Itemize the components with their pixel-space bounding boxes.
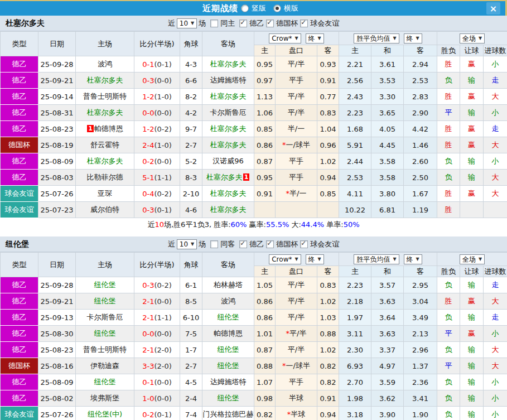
col-header-date: 日期 <box>38 32 76 56</box>
away-team-cell: 纽伦堡 <box>202 342 254 358</box>
mean-draw-cell: 4.45 <box>371 137 404 153</box>
handicap-cell: 平/半 <box>276 293 317 310</box>
mean-away-cell: 2.95 <box>404 277 437 293</box>
filter-bar: 近 10 场 同主 德乙 德国杯 球会友谊 <box>168 18 339 28</box>
team-section-away: 纽伦堡 近 10 场 同客 德乙 德国杯 球会友谊 类型 日期 主场 <box>0 236 507 420</box>
away-team-name: 门兴格拉德巴赫 <box>203 410 254 418</box>
goals-result-cell: 小 <box>484 153 507 170</box>
odds-time-select[interactable]: 终 <box>306 254 324 264</box>
horizontal-layout-label[interactable]: 横版 <box>284 3 298 13</box>
mean-home-cell: 2.43 <box>339 89 371 105</box>
mean-time-select[interactable]: 终 <box>404 33 422 44</box>
scope-select[interactable]: 全场 <box>460 254 485 264</box>
home-team-cell: 杜塞尔多夫 <box>76 153 134 170</box>
away-team-name: 卡尔斯鲁厄 <box>210 108 247 117</box>
away-team-cell: 汉诺威96 <box>202 153 254 170</box>
fulltime-score: 0-4 <box>142 190 154 198</box>
bookmaker-select[interactable]: Crow* <box>269 33 301 44</box>
filter-bar: 近 10 场 同客 德乙 德国杯 球会友谊 <box>168 239 339 249</box>
odds-home-cell: 0.86 <box>254 310 276 326</box>
fulltime-score: 3-3 <box>142 362 154 370</box>
odds-away-cell: 0.96 <box>317 137 339 153</box>
handicap-result-cell: 输 <box>460 277 484 293</box>
result-cell: 胜 <box>437 56 460 73</box>
result-cell: 负 <box>437 407 460 420</box>
home-team-name: 纽伦堡 <box>94 329 116 337</box>
horizontal-layout-radio[interactable] <box>273 4 281 12</box>
match-row: 德乙 25-08-23 普鲁士明斯特 2-1(2-0) 1-7 纽伦堡 0.87… <box>1 342 507 358</box>
odds-home-cell: 1.01 <box>254 326 276 342</box>
home-team-name: 纽伦堡 <box>94 378 116 386</box>
away-team-cell: 柏林赫塔 <box>202 277 254 293</box>
close-icon[interactable]: × <box>486 2 500 15</box>
mean-home-cell: 2.44 <box>339 153 371 170</box>
corner-cell: 8-3 <box>180 170 202 186</box>
match-count-select[interactable]: 10 <box>177 18 197 28</box>
summary-text: 近 <box>147 220 154 230</box>
mean-group-header: 胜平负均值 终 <box>339 253 437 266</box>
corner-cell: 4-3 <box>180 56 202 73</box>
vertical-layout-label[interactable]: 竖版 <box>252 3 266 13</box>
subcol-mean-away: 客 <box>404 266 437 277</box>
corner-cell: 5-2 <box>180 153 202 170</box>
goals-result-cell: 小 <box>484 374 507 390</box>
match-row: 德乙 25-08-23 1帕德博恩 1-2(0-2) 9-7 杜塞尔多夫 0.8… <box>1 121 507 137</box>
mean-type-select[interactable]: 胜平负均值 <box>354 254 399 264</box>
same-venue-checkbox[interactable] <box>210 20 218 27</box>
league-cup-checkbox[interactable] <box>266 20 274 27</box>
match-count-select[interactable]: 10 <box>177 239 197 249</box>
odds-home-cell: 0.87 <box>254 153 276 170</box>
mean-type-select[interactable]: 胜平负均值 <box>354 33 399 44</box>
scope-select[interactable]: 全场 <box>460 33 485 44</box>
home-team-cell: 埃弗斯堡 <box>76 390 134 407</box>
score-cell: 0-3(0-2) <box>134 277 180 293</box>
away-team-cell: 杜塞尔多夫 <box>202 121 254 137</box>
away-team-name: 汉诺威96 <box>213 157 244 165</box>
score-cell: 2-1(2-0) <box>134 342 180 358</box>
league-cup-label: 德国杯 <box>276 239 298 249</box>
league-cup-label: 德国杯 <box>276 18 298 28</box>
subcol-goals-result: 进球数 <box>484 45 507 56</box>
league-cup-checkbox[interactable] <box>266 240 274 248</box>
mean-home-cell: 1.68 <box>339 121 371 137</box>
score-cell: 0-2(0-1) <box>134 407 180 420</box>
away-team-cell: 纽伦堡 <box>202 358 254 374</box>
date-cell: 25-08-23 <box>38 121 76 137</box>
result-cell: 平 <box>437 105 460 121</box>
score-cell: 3-3(2-0) <box>134 358 180 374</box>
score-cell: 2-4(1-0) <box>134 137 180 153</box>
mean-time-select[interactable]: 终 <box>404 254 422 264</box>
league-friendly-checkbox[interactable] <box>300 20 308 27</box>
odds-time-select[interactable]: 终 <box>306 33 324 44</box>
league-de2-checkbox[interactable] <box>239 240 247 248</box>
away-team-cell: 达姆施塔特 <box>202 73 254 89</box>
halftime-score: (0-0) <box>154 109 171 117</box>
date-cell: 25-08-31 <box>38 105 76 121</box>
vertical-layout-radio[interactable] <box>241 4 249 12</box>
corner-cell: 6-1 <box>180 277 202 293</box>
league-friendly-label: 球会友谊 <box>310 18 339 28</box>
summary-text: 单率: <box>324 220 344 230</box>
home-team-name: 伊勒迪森 <box>90 361 119 370</box>
handicap-result-cell: 输 <box>460 153 484 170</box>
odds-away-cell: 1.04 <box>317 121 339 137</box>
score-cell: 1-2(0-2) <box>134 121 180 137</box>
odds-away-cell <box>317 202 339 218</box>
bookmaker-select[interactable]: Crow* <box>269 254 301 264</box>
halftime-score: (0-1) <box>154 206 171 214</box>
corner-cell: 7-5 <box>180 326 202 342</box>
league-de2-checkbox[interactable] <box>239 20 247 27</box>
handicap-result-cell: 输 <box>460 358 484 374</box>
match-row: 德乙 25-08-03 比勒菲尔德 5-1(1-1) 8-3 杜塞尔多夫1 0.… <box>1 170 507 186</box>
mean-away-cell: 2.53 <box>404 73 437 89</box>
same-venue-checkbox[interactable] <box>210 240 218 248</box>
result-cell: 负 <box>437 374 460 390</box>
team-name: 杜塞尔多夫 <box>6 18 45 28</box>
away-team-name: 波鸿 <box>221 297 235 305</box>
league-cell: 德乙 <box>1 73 38 89</box>
odds-away-cell: 0.82 <box>317 358 339 374</box>
league-cell: 德乙 <box>1 89 38 105</box>
odds-home-cell: 0.87 <box>254 342 276 358</box>
league-friendly-checkbox[interactable] <box>300 240 308 248</box>
corner-cell: 4-6 <box>180 202 202 218</box>
